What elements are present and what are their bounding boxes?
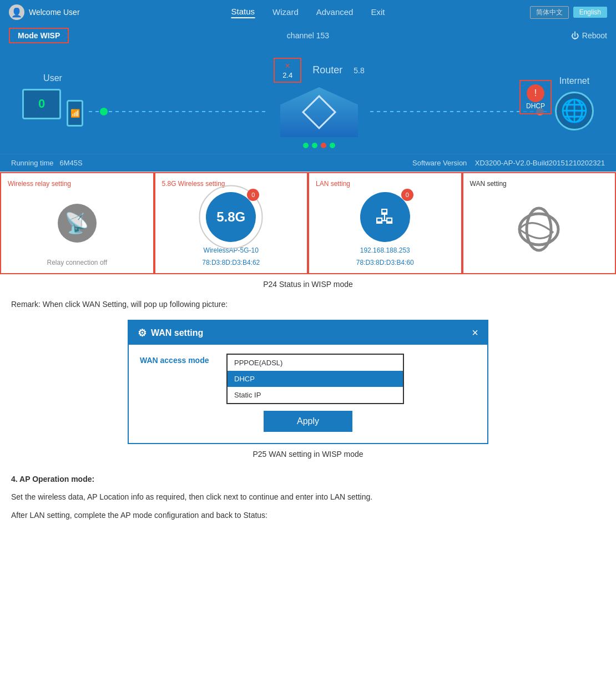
g58-icon-area: 5.8G 0 (206, 192, 256, 242)
relay-card-title: Wireless relay setting (8, 180, 71, 188)
led-green-2 (312, 143, 317, 148)
reboot-button[interactable]: ⏻ Reboot (571, 31, 607, 40)
header-nav: Status Wizard Advanced Exit (231, 7, 385, 18)
remark-section: Remark: When click WAN Setting, will pop… (0, 294, 616, 314)
software-version: Software Version XD3200-AP-V2.0-Build201… (412, 159, 605, 167)
running-time: Running time 6M45S (11, 159, 83, 167)
wan-option-dhcp[interactable]: DHCP (228, 371, 403, 387)
power-icon: ⏻ (571, 31, 579, 40)
router-ui-panel: 👤 Welcome User Status Wizard Advanced Ex… (0, 0, 616, 274)
status-bar: Running time 6M45S Software Version XD32… (0, 154, 616, 172)
relay-status: Relay connection off (47, 259, 107, 266)
header-right: 简体中文 English (530, 6, 607, 19)
nav-exit[interactable]: Exit (371, 7, 385, 18)
caption-p25: P25 WAN setting in WISP mode (0, 444, 616, 464)
software-version-value: XD3200-AP-V2.0-Build20151210202321 (475, 159, 605, 167)
ap-section: 4. AP Operation mode: Set the wireless d… (0, 464, 616, 536)
channel-info: channel 153 (287, 31, 329, 40)
lan-icon: 🖧 (360, 192, 410, 242)
wan-icon-area (514, 192, 564, 266)
led-green-1 (303, 143, 309, 148)
wan-dialog-body: WAN access mode PPPOE(ADSL) DHCP Static … (129, 345, 487, 443)
nav-wizard[interactable]: Wizard (272, 7, 299, 18)
ie-svg-icon (514, 204, 564, 254)
g58-card-title: 5.8G Wireless setting (162, 180, 225, 188)
lan-card-title: LAN setting (316, 180, 350, 188)
wan-ie-icon (514, 204, 564, 254)
wan-access-mode-label: WAN access mode (140, 354, 218, 365)
router-shape (280, 87, 358, 137)
relay-setting-card[interactable]: Wireless relay setting 📡 Relay connectio… (0, 172, 154, 274)
wifi-icon: 📶 (70, 109, 80, 118)
wan-dialog-container: ⚙ WAN setting × WAN access mode PPPOE(AD… (0, 314, 616, 444)
conn-line-left (89, 111, 268, 112)
internet-node: Internet 🌐 (555, 76, 594, 130)
router-label: Router (312, 64, 342, 76)
wan-setting-card[interactable]: WAN setting (462, 172, 617, 274)
ap-para1: Set the wireless data, AP Location info … (11, 491, 605, 503)
running-time-value: 6M45S (59, 159, 82, 167)
lan-setting-card[interactable]: LAN setting 🖧 0 192.168.188.253 78:D3:8D… (308, 172, 462, 274)
wan-card-title: WAN setting (470, 180, 507, 188)
wan-apply-button[interactable]: Apply (264, 411, 352, 432)
internet-label: Internet (559, 76, 589, 86)
lang-chinese-button[interactable]: 简体中文 (530, 6, 569, 19)
reboot-label: Reboot (582, 31, 607, 40)
led-green-3 (330, 143, 335, 148)
g58-setting-card[interactable]: 5.8G Wireless setting 5.8G 0 WirelessAP-… (154, 172, 309, 274)
lan-network-icon: 🖧 (375, 205, 395, 229)
relay-icon-area: 📡 (58, 192, 97, 254)
lan-ip: 192.168.188.253 (360, 246, 410, 254)
wan-dialog-title-text: WAN setting (151, 328, 203, 338)
relay-icon: 📡 (58, 204, 97, 243)
wan-dialog-header: ⚙ WAN setting × (129, 321, 487, 345)
user-label: User (43, 73, 62, 83)
wan-dropdown[interactable]: PPPOE(ADSL) DHCP Static IP (226, 354, 404, 404)
welcome-text: Welcome User (29, 8, 80, 17)
mode-badge: Mode WISP (9, 28, 69, 43)
g58-container: 5.8G 0 (206, 192, 256, 242)
mode-bar: Mode WISP channel 153 ⏻ Reboot (0, 24, 616, 47)
network-diagram: User 0 📶 × 2.4 Router (0, 47, 616, 154)
ap-para2: After LAN setting, complete the AP mode … (11, 509, 605, 521)
running-time-label: Running time (11, 159, 54, 167)
router-node: × 2.4 Router 5.8 (274, 58, 365, 148)
led-red (321, 143, 326, 148)
software-version-label: Software Version (412, 159, 467, 167)
dhcp-node: ! DHCP (536, 108, 544, 115)
user-device-icon: 0 📶 (22, 89, 83, 133)
badge-24-num: 2.4 (279, 71, 296, 79)
user-count: 0 (38, 97, 45, 111)
router-label-area: × 2.4 Router 5.8 (274, 58, 365, 83)
globe-icon: 🌐 (555, 92, 594, 130)
g58-mac: 78:D3:8D:D3:B4:62 (202, 259, 260, 266)
wan-access-mode-row: WAN access mode PPPOE(ADSL) DHCP Static … (140, 354, 476, 404)
wan-option-static[interactable]: Static IP (228, 387, 403, 403)
conn-line-right: ! DHCP (370, 111, 549, 112)
remark-text: Remark: When click WAN Setting, will pop… (11, 300, 228, 309)
dhcp-label: DHCP (526, 102, 545, 110)
relay-waves-icon: 📡 (64, 211, 89, 235)
sliders-icon: ⚙ (138, 327, 147, 339)
wan-dialog-close-button[interactable]: × (472, 326, 478, 339)
wan-option-pppoe[interactable]: PPPOE(ADSL) (228, 355, 403, 371)
router-diamond-icon (302, 95, 336, 129)
lang-english-button[interactable]: English (573, 7, 607, 18)
user-avatar-icon: 👤 (9, 4, 24, 20)
header-bar: 👤 Welcome User Status Wizard Advanced Ex… (0, 0, 616, 24)
x-icon: × (279, 61, 296, 71)
caption-p24: P24 Status in WISP mode (0, 274, 616, 294)
nav-advanced[interactable]: Advanced (316, 7, 354, 18)
user-area: 👤 Welcome User (9, 4, 80, 20)
nav-status[interactable]: Status (231, 7, 255, 18)
wan-dialog: ⚙ WAN setting × WAN access mode PPPOE(AD… (128, 320, 488, 444)
lan-badge-count: 0 (401, 189, 413, 201)
badge-58: 5.8 (354, 66, 364, 75)
lan-mac: 78:D3:8D:D3:B4:60 (356, 259, 414, 266)
ap-heading: 4. AP Operation mode: (11, 475, 94, 483)
badge-24: × 2.4 (274, 58, 301, 83)
settings-grid: Wireless relay setting 📡 Relay connectio… (0, 172, 616, 274)
lan-icon-area: 🖧 0 (360, 192, 410, 242)
wan-dialog-title-area: ⚙ WAN setting (138, 327, 203, 339)
router-leds (303, 143, 335, 148)
